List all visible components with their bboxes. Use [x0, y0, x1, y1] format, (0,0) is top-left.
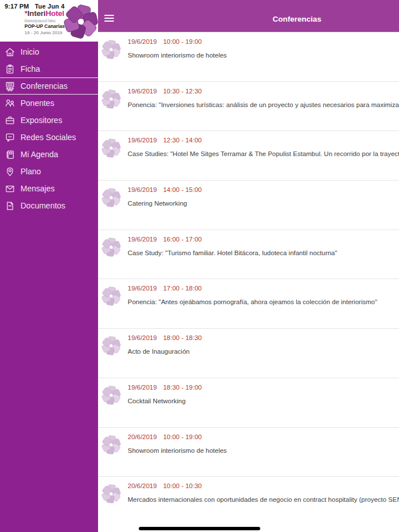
session-time: 18:00 - 18:30 — [163, 334, 202, 341]
session-title: Case Studies: "Hotel Me Sitges Terramar … — [128, 150, 399, 158]
session-thumbnail-flower — [100, 335, 122, 357]
sidebar-item-label: Mi Agenda — [21, 150, 58, 159]
agenda-icon — [5, 149, 15, 160]
sidebar-item-plano[interactable]: Plano — [0, 163, 98, 180]
session-datetime: 20/6/201910:00 - 19:00 — [128, 433, 399, 441]
session-datetime: 19/6/201914:00 - 15:00 — [128, 186, 399, 194]
session-row[interactable]: 19/6/201918:30 - 19:00 Cocktail Networki… — [98, 378, 399, 427]
session-row[interactable]: 19/6/201910:00 - 19:00 Showroom interior… — [98, 32, 399, 81]
home-indicator[interactable] — [139, 527, 260, 530]
logo-event: POP-UP Canarias — [25, 24, 65, 30]
session-row[interactable]: 20/6/201910:00 - 19:00 Showroom interior… — [98, 427, 399, 477]
interihotel-logo: *InteriHotel Marketplace&Talks POP-UP Ca… — [25, 9, 65, 35]
map-pin-icon — [5, 166, 15, 177]
sidebar-item-label: Conferencias — [21, 81, 68, 91]
session-date: 19/6/2019 — [128, 285, 157, 292]
chat-icon — [5, 132, 15, 143]
session-datetime: 20/6/201910:00 - 10:30 — [128, 482, 399, 490]
logo-tagline: Marketplace&Talks — [25, 19, 65, 23]
page-title: Conferencias — [272, 15, 321, 23]
flower-logo-icon — [62, 2, 98, 41]
sidebar-menu: InicioFichaConferenciasPonentesExpositor… — [0, 42, 98, 532]
navigation-bar: 72% Conferencias — [98, 0, 399, 32]
session-title: Mercados internacionales con oportunidad… — [128, 496, 399, 504]
app-screen: 9:17 PM Tue Jun 4 *InteriHotel Marketpla… — [0, 0, 399, 532]
sidebar-item-ponentes[interactable]: Ponentes — [0, 95, 98, 112]
envelope-icon — [5, 183, 15, 194]
session-title: Showroom interiorismo de hoteles — [128, 51, 399, 60]
session-datetime: 19/6/201917:00 - 18:00 — [128, 284, 399, 293]
session-date: 19/6/2019 — [128, 38, 157, 45]
sidebar-item-label: Mensajes — [21, 184, 55, 193]
sidebar-item-label: Redes Sociales — [21, 133, 76, 142]
session-datetime: 19/6/201916:00 - 17:00 — [128, 235, 399, 244]
session-date: 19/6/2019 — [128, 88, 157, 95]
session-time: 10:00 - 19:00 — [163, 433, 202, 440]
session-datetime: 19/6/201910:00 - 19:00 — [128, 38, 399, 46]
sidebar-item-label: Expositores — [21, 116, 62, 125]
session-thumbnail-flower — [100, 88, 122, 110]
session-row[interactable]: 19/6/201910:30 - 12:30 Ponencia: "Invers… — [98, 81, 399, 131]
logo-title: *InteriHotel — [25, 9, 65, 18]
conference-list: 19/6/201910:00 - 19:00 Showroom interior… — [98, 32, 399, 532]
session-title: Acto de Inauguración — [128, 347, 399, 356]
session-thumbnail-flower — [100, 434, 122, 456]
session-date: 19/6/2019 — [128, 137, 157, 144]
sidebar-item-documentos[interactable]: Documentos — [0, 197, 98, 214]
session-row[interactable]: 19/6/201916:00 - 17:00 Case Study: "Turi… — [98, 230, 399, 279]
session-thumbnail-flower — [100, 483, 122, 505]
sidebar-item-expositores[interactable]: Expositores — [0, 112, 98, 129]
session-row[interactable]: 19/6/201918:00 - 18:30 Acto de Inaugurac… — [98, 328, 399, 378]
session-title: Showroom interiorismo de hoteles — [128, 447, 399, 455]
session-time: 17:00 - 18:00 — [163, 285, 202, 292]
session-row[interactable]: 19/6/201912:30 - 14:00 Case Studies: "Ho… — [98, 130, 399, 180]
session-time: 10:00 - 19:00 — [163, 38, 202, 45]
main-panel: 72% Conferencias 19/6/201910:00 - 19:00 … — [98, 0, 399, 532]
session-row[interactable]: 19/6/201914:00 - 15:00 Catering Networki… — [98, 180, 399, 230]
sidebar: 9:17 PM Tue Jun 4 *InteriHotel Marketpla… — [0, 0, 98, 532]
document-icon — [5, 200, 15, 211]
session-datetime: 19/6/201912:30 - 14:00 — [128, 136, 399, 145]
menu-hamburger-button[interactable] — [104, 15, 114, 24]
session-thumbnail-flower — [100, 39, 122, 60]
session-row[interactable]: 20/6/201910:00 - 10:30 Mercados internac… — [98, 476, 399, 526]
session-title: Case Study: "Turismo familiar. Hotel Bit… — [128, 249, 399, 257]
sidebar-item-mensajes[interactable]: Mensajes — [0, 180, 98, 197]
session-date: 19/6/2019 — [128, 334, 157, 341]
sidebar-item-mi-agenda[interactable]: Mi Agenda — [0, 146, 98, 163]
sidebar-item-label: Plano — [21, 167, 41, 176]
session-date: 19/6/2019 — [128, 186, 157, 193]
sidebar-item-conferencias[interactable]: Conferencias — [0, 77, 98, 95]
session-thumbnail-flower — [100, 137, 122, 159]
session-thumbnail-flower — [100, 384, 122, 406]
session-thumbnail-flower — [100, 285, 122, 307]
sidebar-item-label: Inicio — [21, 47, 39, 56]
session-time: 14:00 - 15:00 — [163, 186, 202, 193]
sidebar-item-ficha[interactable]: Ficha — [0, 60, 98, 77]
session-thumbnail-flower — [100, 236, 122, 258]
session-date: 19/6/2019 — [128, 236, 157, 243]
logo-event-dates: 19 - 20 Junio 2019 — [25, 30, 65, 35]
session-row[interactable]: 19/6/201917:00 - 18:00 Ponencia: "Antes … — [98, 279, 399, 328]
session-title: Catering Networking — [128, 199, 399, 208]
speakers-icon — [5, 98, 15, 109]
sidebar-item-redes-sociales[interactable]: Redes Sociales — [0, 129, 98, 146]
sidebar-item-inicio[interactable]: Inicio — [0, 43, 98, 60]
session-time: 18:30 - 19:00 — [163, 384, 202, 391]
session-thumbnail-flower — [100, 187, 122, 208]
logo-area: 9:17 PM Tue Jun 4 *InteriHotel Marketpla… — [0, 0, 98, 42]
session-time: 10:30 - 12:30 — [163, 88, 202, 95]
session-datetime: 19/6/201918:00 - 18:30 — [128, 334, 399, 342]
session-date: 19/6/2019 — [128, 384, 157, 391]
session-datetime: 19/6/201918:30 - 19:00 — [128, 383, 399, 392]
session-title: Cocktail Networking — [128, 397, 399, 406]
home-icon — [5, 47, 15, 58]
session-datetime: 19/6/201910:30 - 12:30 — [128, 87, 399, 96]
card-icon — [5, 64, 15, 75]
sidebar-item-label: Ponentes — [21, 99, 54, 108]
session-time: 16:00 - 17:00 — [163, 236, 202, 243]
session-date: 20/6/2019 — [128, 482, 157, 489]
session-title: Ponencia: "Antes ojeábamos pornografía, … — [128, 298, 399, 306]
briefcase-icon — [5, 115, 15, 126]
session-time: 10:00 - 10:30 — [163, 482, 202, 489]
